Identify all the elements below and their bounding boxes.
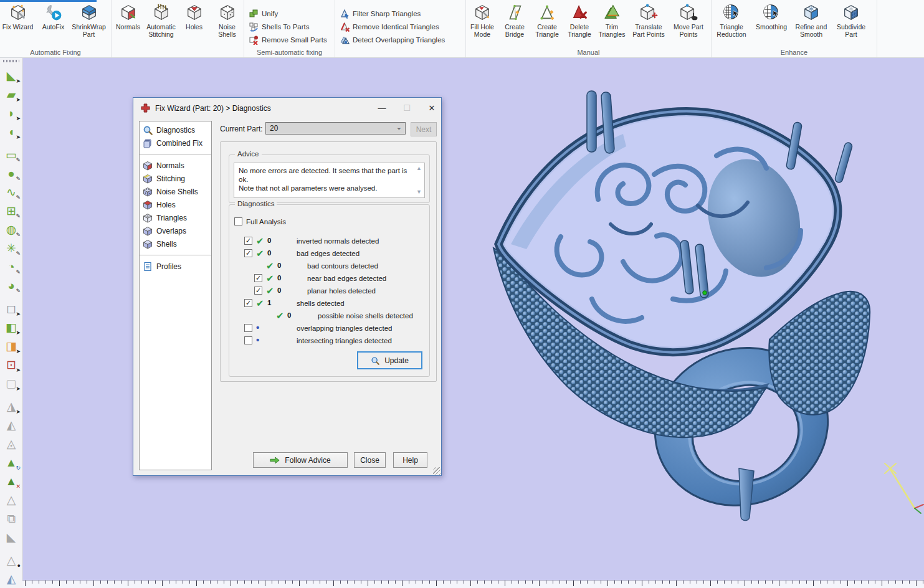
triangle-delete-tool[interactable]: ▲✕ [0, 472, 22, 490]
ribbon-button-shells-to-parts[interactable]: Shells To Parts [249, 20, 327, 33]
diagnostic-label: near bad edges detected [307, 275, 386, 282]
diagnostic-checkbox[interactable]: ✓ [254, 274, 262, 282]
diagnostic-checkbox[interactable]: ✓ [244, 249, 252, 257]
update-button[interactable]: Update [357, 351, 422, 369]
wizard-page-label: Overlaps [156, 227, 186, 235]
disc-selection-tool[interactable]: ◔✎ [0, 257, 22, 276]
wizard-page-shells[interactable]: Shells [140, 237, 211, 250]
horizontal-ruler[interactable] [22, 580, 924, 588]
wizard-page-profiles[interactable]: Profiles [140, 260, 211, 273]
ribbon-button-trim-triangles[interactable]: Trim Triangles [596, 3, 628, 38]
scroll-down-icon[interactable]: ▼ [415, 188, 423, 196]
select-cube-sphere-tool[interactable]: ⊡➤ [0, 355, 22, 374]
mark-surface-tool[interactable]: ◗➤ [0, 103, 22, 122]
ribbon-button-holes[interactable]: Holes [178, 3, 211, 31]
ribbon-button-remove-identical-triangles[interactable]: Remove Identical Triangles [340, 20, 445, 33]
select-through-cube-tool[interactable]: ◻➤ [0, 299, 22, 318]
ribbon-button-subdivide-part[interactable]: Subdivide Part [831, 3, 871, 38]
ribbon-button-smoothing[interactable]: Smoothing [751, 3, 791, 31]
diagnostic-checkbox[interactable] [244, 336, 252, 344]
current-part-dropdown[interactable]: 20 ⌄ [265, 122, 406, 135]
dialog-content: Current Part: 20 ⌄ Next Advice No more e… [219, 121, 437, 471]
scroll-up-icon[interactable]: ▲ [415, 164, 423, 173]
triangles-update-tool[interactable]: ▲↻ [0, 453, 22, 472]
wizard-page-noise-shells[interactable]: Noise Shells [140, 185, 211, 198]
ribbon-button-filter-sharp-triangles[interactable]: Filter Sharp Triangles [340, 7, 445, 20]
wizard-page-stitching[interactable]: Stitching [140, 172, 211, 185]
ribbon-button-fix-wizard[interactable]: Fix Wizard [0, 3, 36, 31]
triangle-split-tool[interactable]: ◭ [0, 415, 22, 434]
help-button[interactable]: Help [393, 452, 427, 468]
wizard-page-overlaps[interactable]: Overlaps [140, 224, 211, 237]
wizard-page-normals[interactable]: Normals [140, 159, 211, 172]
ribbon-button-noise-shells[interactable]: Noise Shells [211, 3, 244, 38]
mark-triangle-tool[interactable]: ◣➤ [0, 66, 22, 85]
cube-red-top-icon [143, 200, 153, 210]
ribbon-button-shrinkwrap-part[interactable]: ShrinkWrap Part [71, 3, 107, 38]
mark-shell-tool[interactable]: ◖➤ [0, 122, 22, 141]
ribbon-button-delete-triangle[interactable]: Delete Triangle [563, 3, 596, 38]
rectangle-selection-tool[interactable]: ▭✎ [0, 145, 22, 164]
diagnostic-checkbox[interactable]: ✓ [244, 237, 252, 245]
ribbon-button-refine-and-smooth[interactable]: Refine and Smooth [791, 3, 831, 38]
resize-grip[interactable] [433, 467, 441, 475]
shells-to-parts-icon [249, 22, 259, 32]
noise-shells-icon [218, 3, 237, 22]
triangle-refine-tool[interactable]: ◭ [0, 569, 22, 588]
select-cube-color-icon: ◨ [6, 340, 17, 352]
select-cube-face-tool[interactable]: ◧➤ [0, 318, 22, 336]
ribbon-button-move-part-points[interactable]: Move Part Points [669, 3, 708, 38]
ribbon-button-normals[interactable]: Normals [112, 3, 145, 31]
ribbon-button-translate-part-points[interactable]: Translate Part Points [628, 3, 669, 38]
triangle-copy-tool[interactable]: ⧉ [0, 509, 22, 528]
mark-plane-tool[interactable]: ▰➤ [0, 85, 22, 103]
curve-selection-tool[interactable]: ∿✎ [0, 183, 22, 201]
ribbon-button-create-bridge[interactable]: Create Bridge [498, 3, 531, 38]
ribbon-group-automatic-fixing: Fix Wizard AutoFix ShrinkWrap Part Autom… [0, 0, 112, 57]
triangle-flip-tool[interactable]: ◬ [0, 434, 22, 453]
ribbon-button-automatic-stitching[interactable]: Automatic Stitching [145, 3, 178, 38]
diagnostic-row: ✓✔1shells detected [229, 297, 429, 310]
triangle-node-tool[interactable]: △● [0, 551, 22, 569]
select-triangle-pointer-tool[interactable]: ◮➤ [0, 397, 22, 415]
toolbar-drag-handle[interactable] [3, 60, 19, 62]
ribbon-button-fill-hole-mode[interactable]: Fill Hole Mode [466, 3, 498, 38]
ribbon-button-autofix[interactable]: AutoFix [36, 3, 71, 31]
sphere-selection-tool[interactable]: ◍✎ [0, 220, 22, 239]
next-button[interactable]: Next [411, 122, 437, 136]
status-check-icon: ✔ [266, 260, 274, 272]
ribbon-button-triangle-reduction[interactable]: Triangle Reduction [712, 3, 751, 38]
triangle-fold-tool[interactable]: ◣ [0, 528, 22, 546]
ribbon-button-create-triangle[interactable]: Create Triangle [531, 3, 563, 38]
close-dialog-button[interactable]: Close [354, 452, 386, 468]
fix-wizard-dialog: Fix Wizard (Part: 20) > Diagnostics — ☐ … [133, 97, 442, 476]
diagnostic-checkbox[interactable] [244, 324, 252, 332]
wizard-page-diagnostics[interactable]: Diagnostics [140, 123, 211, 136]
diagnostic-count: 0 [287, 311, 291, 319]
diagnostic-checkbox[interactable]: ✓ [254, 287, 262, 295]
select-cube-color-tool[interactable]: ◨➤ [0, 336, 22, 355]
wizard-page-combined-fix[interactable]: Combined Fix [140, 136, 211, 149]
triangle-dashed-tool[interactable]: △ [0, 490, 22, 509]
ball-selection-tool[interactable]: ◕✎ [0, 276, 22, 295]
ribbon-spacer [877, 0, 924, 57]
ribbon-button-label: Noise Shells [211, 23, 244, 38]
close-button[interactable]: ✕ [426, 103, 437, 113]
diagnostic-checkbox[interactable]: ✓ [244, 299, 252, 307]
maximize-button[interactable]: ☐ [401, 103, 412, 113]
ribbon-button-unify[interactable]: Unify [249, 7, 327, 20]
minimize-button[interactable]: — [376, 103, 388, 113]
follow-advice-button[interactable]: Follow Advice [253, 452, 348, 468]
select-cube-disabled-tool[interactable]: ▢➤ [0, 374, 22, 392]
freeform-selection-tool[interactable]: ●✎ [0, 164, 22, 183]
ribbon-button-remove-small-parts[interactable]: Remove Small Parts [249, 33, 327, 46]
star-selection-tool[interactable]: ✳✎ [0, 239, 22, 257]
wizard-page-holes[interactable]: Holes [140, 198, 211, 211]
ribbon-button-detect-overlapping-triangles[interactable]: Detect Overlapping Triangles [340, 33, 445, 46]
dialog-title-bar[interactable]: Fix Wizard (Part: 20) > Diagnostics — ☐ … [133, 98, 441, 118]
window-selection-tool[interactable]: ⊞✎ [0, 201, 22, 220]
ribbon-group-triangle-filters: Filter Sharp Triangles Remove Identical … [335, 0, 466, 57]
full-analysis-checkbox[interactable] [234, 217, 242, 225]
selected-point-marker [703, 291, 707, 295]
wizard-page-triangles[interactable]: Triangles [140, 211, 211, 224]
